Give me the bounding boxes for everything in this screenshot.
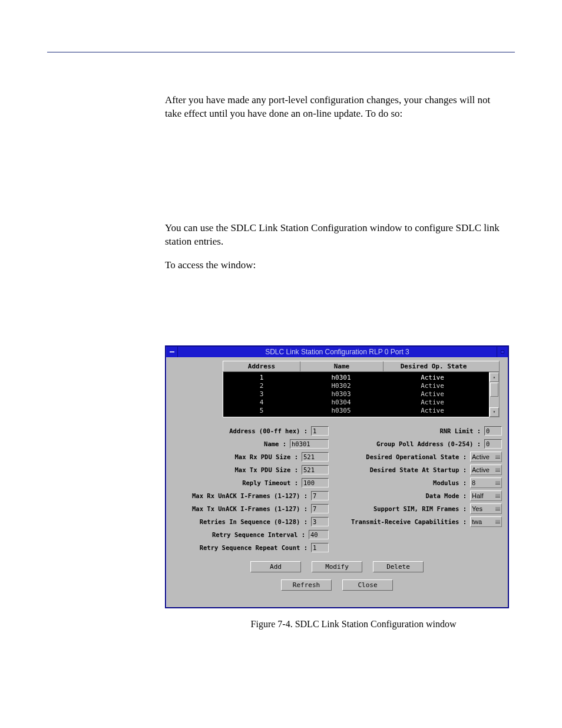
window-resize-icon[interactable] — [497, 347, 508, 357]
col-state: Desired Op. State — [384, 361, 484, 371]
table-row[interactable]: 2H0302Active — [223, 382, 489, 390]
window-menu-icon[interactable] — [166, 347, 178, 357]
text-input[interactable] — [309, 530, 329, 539]
field-label: Desired State At Startup : — [370, 466, 467, 473]
scrollbar[interactable]: ▴ ▾ — [489, 372, 500, 417]
chevron-down-icon — [495, 481, 500, 485]
form-left-column: Address (00-ff hex) :Name :Max Rx PDU Si… — [172, 424, 329, 554]
button-row-2: RefreshClose — [170, 579, 504, 591]
header-rule — [47, 52, 515, 52]
text-input[interactable] — [311, 491, 329, 500]
text-input[interactable] — [484, 439, 502, 449]
chevron-down-icon — [495, 494, 500, 498]
list-rows[interactable]: 1h0301Active2H0302Active3h0303Active4h03… — [223, 372, 489, 417]
field-label: Transmit-Receive Capabilities : — [351, 518, 467, 525]
option-menu[interactable]: Active — [470, 465, 502, 475]
table-row[interactable]: 4h0304Active — [223, 398, 489, 407]
refresh-button[interactable]: Refresh — [281, 579, 332, 591]
window-title: SDLC Link Station Configuration RLP 0 Po… — [178, 347, 497, 357]
table-row[interactable]: 3h0303Active — [223, 390, 489, 398]
option-menu[interactable]: 8 — [470, 477, 502, 488]
field-label: Max Tx UnACK I-Frames (1-127) : — [192, 505, 308, 512]
close-button[interactable]: Close — [342, 579, 393, 591]
field-label: Modulus : — [433, 479, 467, 486]
field-label: Group Poll Address (0-254) : — [376, 440, 481, 447]
chevron-down-icon — [495, 468, 500, 472]
table-row[interactable]: 1h0301Active — [223, 374, 489, 382]
scroll-down-icon[interactable]: ▾ — [490, 407, 499, 417]
chevron-down-icon — [495, 455, 500, 459]
document-page: After you have made any port-level confi… — [0, 0, 562, 665]
chevron-down-icon — [495, 520, 500, 523]
text-input[interactable] — [484, 426, 502, 436]
station-list: Address Name Desired Op. State 1h0301Act… — [223, 361, 500, 417]
field-label: Max Tx PDU Size : — [235, 466, 298, 473]
field-label: Name : — [264, 440, 286, 447]
option-menu[interactable]: Half — [470, 490, 502, 501]
table-row[interactable]: 5h0305Active — [223, 407, 489, 415]
button-row-1: AddModifyDelete — [170, 561, 504, 572]
option-menu[interactable]: Active — [470, 452, 502, 462]
modify-button[interactable]: Modify — [312, 561, 362, 572]
paragraph: To access the window: — [165, 259, 509, 272]
figure-caption: Figure 7-4. SDLC Link Station Configurat… — [200, 619, 507, 630]
text-input[interactable] — [302, 465, 329, 475]
text-input[interactable] — [290, 439, 329, 449]
field-label: Desired Operational State : — [366, 453, 467, 460]
text-input[interactable] — [302, 452, 329, 462]
text-input[interactable] — [311, 517, 329, 526]
chevron-down-icon — [495, 507, 500, 510]
field-label: Retry Sequence Repeat Count : — [200, 544, 308, 551]
paragraph: You can use the SDLC Link Station Config… — [165, 222, 509, 249]
text-input[interactable] — [311, 504, 329, 513]
delete-button[interactable]: Delete — [373, 561, 424, 572]
text-input[interactable] — [302, 478, 329, 487]
scroll-thumb[interactable] — [490, 383, 498, 397]
col-address: Address — [223, 361, 300, 371]
field-label: RNR Limit : — [439, 427, 481, 434]
titlebar[interactable]: SDLC Link Station Configuration RLP 0 Po… — [166, 347, 508, 357]
field-label: Max Rx PDU Size : — [235, 453, 298, 460]
list-header: Address Name Desired Op. State — [223, 361, 500, 372]
text-input[interactable] — [311, 543, 329, 552]
field-label: Max Rx UnACK I-Frames (1-127) : — [192, 492, 308, 499]
form-right-column: RNR Limit :Group Poll Address (0-254) :D… — [345, 424, 502, 554]
add-button[interactable]: Add — [250, 561, 301, 572]
scroll-up-icon[interactable]: ▴ — [490, 373, 499, 382]
field-label: Data Mode : — [425, 492, 467, 499]
field-label: Support SIM, RIM Frames : — [373, 505, 467, 512]
paragraph: After you have made any port-level confi… — [165, 94, 509, 121]
col-name: Name — [300, 361, 384, 371]
option-menu[interactable]: Yes — [470, 503, 502, 514]
field-label: Retry Sequence Interval : — [212, 531, 305, 538]
text-input[interactable] — [311, 426, 329, 436]
field-label: Retries In Sequence (0-128) : — [200, 518, 308, 525]
field-label: Address (00-ff hex) : — [229, 427, 308, 434]
sdlc-config-window: SDLC Link Station Configuration RLP 0 Po… — [165, 345, 509, 608]
option-menu[interactable]: twa — [470, 516, 502, 527]
field-label: Reply Timeout : — [242, 479, 298, 486]
